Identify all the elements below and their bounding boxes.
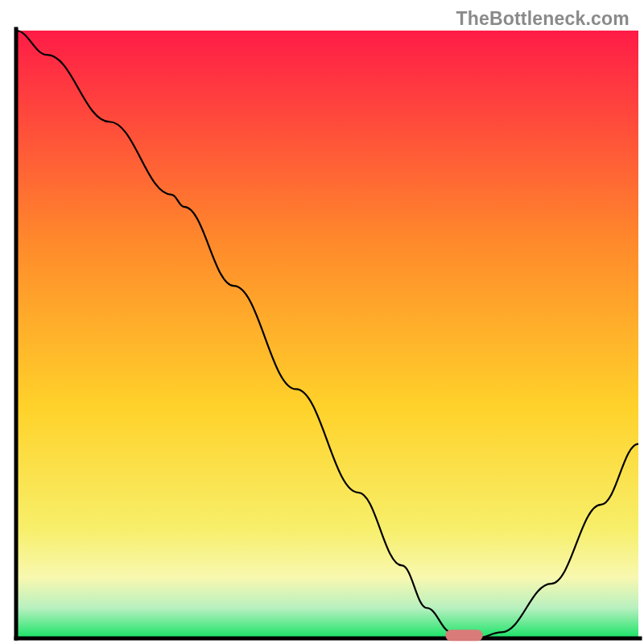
chart-frame: TheBottleneck.com: [0, 0, 644, 644]
bottleneck-chart: [0, 0, 644, 644]
watermark-text: TheBottleneck.com: [456, 8, 630, 30]
optimal-marker: [445, 630, 482, 641]
